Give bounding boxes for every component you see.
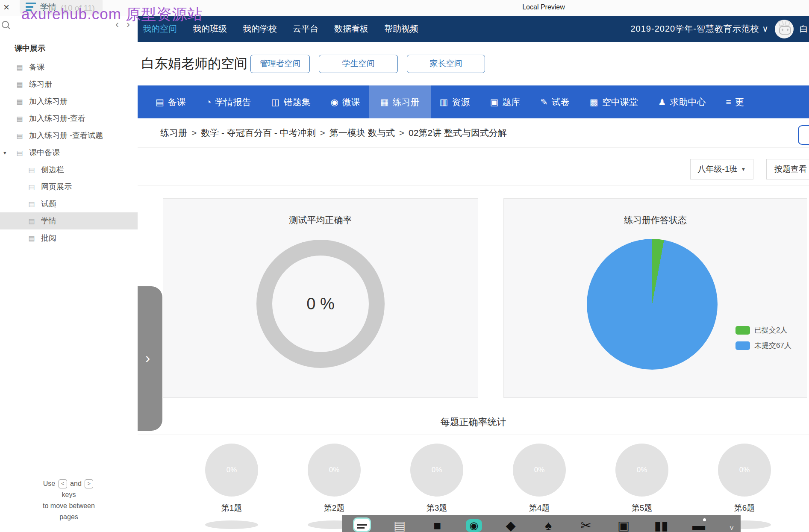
menu-item-label: 资源 xyxy=(452,96,470,108)
nav-item-cloud-platform[interactable]: 云平台 xyxy=(293,23,318,35)
breadcrumb-lesson[interactable]: 02第2讲 整式与因式分解 xyxy=(409,127,507,139)
sidebar-item-inclass-prep[interactable]: ▾ ▤ 课中备课 xyxy=(0,144,138,161)
breadcrumb-separator: > xyxy=(399,128,404,138)
question-value: 0% xyxy=(432,466,442,474)
menu-item-workbook[interactable]: ▦练习册 xyxy=(369,85,431,118)
question-stat: 0% 第2题 xyxy=(283,444,385,514)
student-space-button[interactable]: 学生空间 xyxy=(319,55,398,73)
right-drawer-handle[interactable] xyxy=(798,125,809,145)
sidebar-section-title: 课中展示 xyxy=(0,35,138,57)
next-page-arrow[interactable]: › xyxy=(126,18,130,30)
spade-icon[interactable]: ♠ xyxy=(539,517,557,532)
keyboard-hint: Use < and > keys to move between pages xyxy=(0,478,138,523)
sidebar-item-join-workbook-view-questions[interactable]: ▤ 加入练习册 -查看试题 xyxy=(0,127,138,144)
parent-space-button[interactable]: 家长空间 xyxy=(407,55,485,73)
sidebar-item-join-workbook-view[interactable]: ▤ 加入练习册-查看 xyxy=(0,110,138,127)
breadcrumb: 练习册 > 数学 - 夺冠百分百 - 中考冲刺 > 第一模块 数与式 > 02第… xyxy=(138,118,809,148)
taskbar: ▤ ■ ◉ ◆ ♠ ✂ ▣ ▮▮ ▬ ˅ xyxy=(342,515,741,532)
nav-item-my-space[interactable]: 我的空间 xyxy=(143,23,177,35)
chevron-right-icon: › xyxy=(145,350,150,366)
expand-panel-tab[interactable]: › xyxy=(138,286,162,431)
breadcrumb-workbook[interactable]: 练习册 xyxy=(160,127,187,139)
question-value: 0% xyxy=(227,466,237,474)
diamond-icon[interactable]: ◆ xyxy=(502,517,520,532)
menu-item-learning-report[interactable]: ◔学情报告 xyxy=(206,85,251,118)
page-tree: ▤ 备课 ▤ 练习册 ▤ 加入练习册 ▤ 加入练习册-查看 ▤ 加入练习册 -查… xyxy=(0,59,138,247)
sidebar-item-join-workbook[interactable]: ▤ 加入练习册 xyxy=(0,93,138,110)
menu-item-label: 错题集 xyxy=(283,96,310,108)
cartridge-icon[interactable]: ▮▮ xyxy=(652,517,670,532)
clipboard-icon[interactable]: ▣ xyxy=(615,517,632,532)
pages-menu-icon[interactable] xyxy=(26,3,36,11)
module-menu-bar: ▤备课 ◔学情报告 ◫错题集 ◉微课 ▦练习册 ▥资源 ▣题库 ✎试卷 ▩空中课… xyxy=(138,85,809,118)
menu-item-question-bank[interactable]: ▣题库 xyxy=(490,85,520,118)
avatar[interactable] xyxy=(775,20,794,38)
current-page-name: 学情 xyxy=(40,2,56,13)
sidebar-item-review[interactable]: ▤ 批阅 xyxy=(0,229,138,247)
class-select-dropdown[interactable]: 八年级-1班 ▼ xyxy=(690,159,753,179)
menu-item-prep[interactable]: ▤备课 xyxy=(156,85,186,118)
scissors-icon[interactable]: ✂ xyxy=(577,517,595,532)
hint-text: pages xyxy=(0,511,138,523)
page-icon: ▤ xyxy=(15,80,24,88)
window-title: Local Preview xyxy=(522,3,565,11)
pages-sidebar: ‹ › 课中展示 ▤ 备课 ▤ 练习册 ▤ 加入练习册 ▤ 加入练习册-查看 xyxy=(0,16,138,532)
chevron-down-icon[interactable]: ▾ xyxy=(3,150,6,156)
menu-item-air-classroom[interactable]: ▩空中课堂 xyxy=(590,85,638,118)
sidebar-item-learning-status[interactable]: ▤ 学情 xyxy=(0,212,138,229)
nav-item-data-dashboard[interactable]: 数据看板 xyxy=(334,23,368,35)
sidebar-item-questions[interactable]: ▤ 试题 xyxy=(0,195,138,212)
sidebar-item-label: 批阅 xyxy=(41,233,56,243)
question-circle: 0% xyxy=(513,444,566,497)
media-app-icon[interactable]: ◉ xyxy=(466,519,482,532)
class-select-value: 八年级-1班 xyxy=(698,164,738,175)
menu-item-help-center[interactable]: ♟求助中心 xyxy=(658,85,706,118)
sidebar-item-workbook[interactable]: ▤ 练习册 xyxy=(0,76,138,93)
view-by-question-button[interactable]: 按题查看 xyxy=(766,159,809,179)
sidebar-item-side-panel[interactable]: ▤ 侧边栏 xyxy=(0,161,138,178)
question-stat: 0% 第4题 xyxy=(488,444,591,514)
app-tile-icon[interactable] xyxy=(353,517,371,532)
sidebar-item-label: 备课 xyxy=(29,62,44,72)
admin-space-button[interactable]: 管理者空间 xyxy=(250,55,310,73)
close-icon[interactable]: × xyxy=(3,1,9,14)
sidebar-item-label: 加入练习册 -查看试题 xyxy=(29,130,103,141)
nav-item-my-school[interactable]: 我的学校 xyxy=(243,23,277,35)
documents-icon[interactable]: ▤ xyxy=(391,517,409,532)
school-term-dropdown[interactable]: 2019-2020学年-智慧教育示范校 ∨ xyxy=(630,23,769,35)
sidebar-item-web-display[interactable]: ▤ 网页展示 xyxy=(0,178,138,195)
search-icon[interactable] xyxy=(2,21,9,28)
question-label: 第3题 xyxy=(427,503,447,514)
briefcase-icon: ▥ xyxy=(440,97,448,106)
sidebar-item-label: 学情 xyxy=(41,216,56,226)
sidebar-item-label: 加入练习册 xyxy=(29,96,68,106)
hint-text: to move between xyxy=(0,500,138,511)
terminal-icon[interactable]: ■ xyxy=(428,517,446,532)
menu-item-label: 微课 xyxy=(342,96,360,108)
question-value: 0% xyxy=(637,466,647,474)
breadcrumb-book[interactable]: 数学 - 夺冠百分百 - 中考冲刺 xyxy=(201,127,315,139)
app-window: axurehub.com 原型资源站 × 学情 (10 of 11) Local… xyxy=(0,0,809,532)
menu-item-mistake-collection[interactable]: ◫错题集 xyxy=(271,85,311,118)
page-icon: ▤ xyxy=(27,234,36,242)
current-page-chip[interactable]: 学情 (10 of 11) xyxy=(20,0,103,15)
chevron-down-icon[interactable]: ˅ xyxy=(727,517,736,532)
prev-page-arrow[interactable]: ‹ xyxy=(115,18,119,30)
question-stat: 0% 第6题 xyxy=(693,444,796,514)
nav-item-help-videos[interactable]: 帮助视频 xyxy=(384,23,418,35)
legend-swatch-green xyxy=(735,326,750,335)
menu-item-micro-lesson[interactable]: ◉微课 xyxy=(330,85,360,118)
question-stat: 0% 第1题 xyxy=(180,444,283,514)
question-circle: 0% xyxy=(615,444,668,497)
menu-item-resources[interactable]: ▥资源 xyxy=(440,85,470,118)
nav-item-my-class[interactable]: 我的班级 xyxy=(193,23,227,35)
list-icon: ≡ xyxy=(726,97,731,106)
menu-item-exam-paper[interactable]: ✎试卷 xyxy=(540,85,570,118)
accuracy-value: 0 % xyxy=(306,295,334,313)
sidebar-toolbar: ‹ › xyxy=(0,16,138,35)
menu-item-more[interactable]: ≡更 xyxy=(726,85,744,118)
sidebar-item-prep-lesson[interactable]: ▤ 备课 xyxy=(0,59,138,76)
breadcrumb-module[interactable]: 第一模块 数与式 xyxy=(329,127,395,139)
space-header: 白东娟老师的空间 管理者空间 学生空间 家长空间 xyxy=(138,42,809,85)
printer-icon[interactable]: ▬ xyxy=(690,517,708,532)
